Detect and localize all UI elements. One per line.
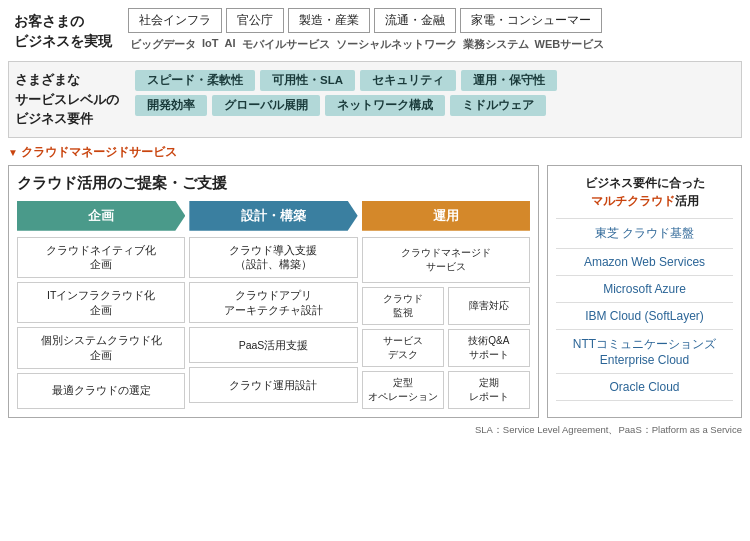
- subcategory-item: AI: [225, 37, 236, 52]
- sekkei-cell: クラウドアプリ アーキテクチャ設計: [189, 282, 357, 323]
- col-headers: 企画 設計・構築 運用: [17, 201, 530, 231]
- right-panel: ビジネス要件に合った マルチクラウド活用 東芝 クラウド基盤Amazon Web…: [547, 165, 742, 418]
- top-right-content: 社会インフラ官公庁製造・産業流通・金融家電・コンシューマー ビッグデータIoTA…: [128, 8, 742, 55]
- cloud-provider[interactable]: Oracle Cloud: [556, 374, 733, 401]
- unyou-row: 定型 オペレーション定期 レポート: [362, 371, 530, 409]
- req-box: 可用性・SLA: [260, 70, 355, 91]
- middle-right-content: スピード・柔軟性可用性・SLAセキュリティ運用・保守性 開発効率グローバル展開ネ…: [135, 70, 733, 129]
- top-section: お客さまの ビジネスを実現 社会インフラ官公庁製造・産業流通・金融家電・コンシュ…: [8, 8, 742, 55]
- unyou-row: クラウド 監視障害対応: [362, 287, 530, 325]
- sekkei-cell: PaaS活用支援: [189, 327, 357, 363]
- req-row1: スピード・柔軟性可用性・SLAセキュリティ運用・保守性: [135, 70, 733, 91]
- kikaku-cell: 最適クラウドの選定: [17, 373, 185, 409]
- req-box: 開発効率: [135, 95, 207, 116]
- cloud-provider[interactable]: NTTコミュニケーションズ Enterprise Cloud: [556, 330, 733, 374]
- col-content-row: クラウドネイティブ化 企画ITインフラクラウド化 企画個別システムクラウド化 企…: [17, 237, 530, 409]
- middle-left-label: さまざまな サービスレベルの ビジネス要件: [15, 70, 135, 129]
- left-panel-title: クラウド活用のご提案・ご支援: [17, 174, 530, 193]
- subcategory-item: ビッグデータ: [130, 37, 196, 52]
- kikaku-cell: ITインフラクラウド化 企画: [17, 282, 185, 323]
- main-bottom: クラウド活用のご提案・ご支援 企画 設計・構築 運用 クラウドネイティブ化 企画…: [8, 165, 742, 418]
- header-sekkei: 設計・構築: [189, 201, 357, 231]
- main-container: お客さまの ビジネスを実現 社会インフラ官公庁製造・産業流通・金融家電・コンシュ…: [0, 0, 750, 445]
- category-box: 家電・コンシューマー: [460, 8, 602, 33]
- middle-section: さまざまな サービスレベルの ビジネス要件 スピード・柔軟性可用性・SLAセキュ…: [8, 61, 742, 138]
- header-unyou: 運用: [362, 201, 530, 231]
- category-box: 官公庁: [226, 8, 284, 33]
- unyou-cell: 技術Q&A サポート: [448, 329, 530, 367]
- unyou-row: サービス デスク技術Q&A サポート: [362, 329, 530, 367]
- header-kikaku: 企画: [17, 201, 185, 231]
- req-box: 運用・保守性: [461, 70, 557, 91]
- subcategory-item: モバイルサービス: [242, 37, 330, 52]
- req-box: スピード・柔軟性: [135, 70, 255, 91]
- category-box: 製造・産業: [288, 8, 370, 33]
- unyou-cell-full: クラウドマネージド サービス: [362, 237, 530, 283]
- cloud-section-label: クラウドマネージドサービス: [8, 144, 742, 161]
- cloud-provider[interactable]: Amazon Web Services: [556, 249, 733, 276]
- cloud-provider[interactable]: 東芝 クラウド基盤: [556, 218, 733, 249]
- req-row2: 開発効率グローバル展開ネットワーク構成ミドルウェア: [135, 95, 733, 116]
- req-box: ミドルウェア: [450, 95, 546, 116]
- subcategory-item: IoT: [202, 37, 219, 52]
- cloud-provider[interactable]: IBM Cloud (SoftLayer): [556, 303, 733, 330]
- multicloud-text: マルチクラウド: [591, 194, 675, 208]
- unyou-cell: サービス デスク: [362, 329, 444, 367]
- left-panel: クラウド活用のご提案・ご支援 企画 設計・構築 運用 クラウドネイティブ化 企画…: [8, 165, 539, 418]
- right-panel-title: ビジネス要件に合った マルチクラウド活用: [556, 174, 733, 210]
- unyou-cell: 障害対応: [448, 287, 530, 325]
- kikaku-cell: 個別システムクラウド化 企画: [17, 327, 185, 368]
- right-title-line2: 活用: [675, 194, 699, 208]
- req-box: セキュリティ: [360, 70, 456, 91]
- sekkei-cell: クラウド導入支援 （設計、構築）: [189, 237, 357, 278]
- right-title-line1: ビジネス要件に合った: [585, 176, 705, 190]
- unyou-cell: クラウド 監視: [362, 287, 444, 325]
- top-categories-row: 社会インフラ官公庁製造・産業流通・金融家電・コンシューマー: [128, 8, 742, 33]
- providers-list: 東芝 クラウド基盤Amazon Web ServicesMicrosoft Az…: [556, 218, 733, 401]
- subcategory-item: WEBサービス: [535, 37, 605, 52]
- subcategory-item: ソーシャルネットワーク: [336, 37, 457, 52]
- footnote: SLA：Service Level Agreement、PaaS：Platfor…: [8, 424, 742, 437]
- kikaku-cell: クラウドネイティブ化 企画: [17, 237, 185, 278]
- sekkei-cell: クラウド運用設計: [189, 367, 357, 403]
- kikaku-col: クラウドネイティブ化 企画ITインフラクラウド化 企画個別システムクラウド化 企…: [17, 237, 185, 409]
- cloud-provider[interactable]: Microsoft Azure: [556, 276, 733, 303]
- req-box: ネットワーク構成: [325, 95, 445, 116]
- subcategory-item: 業務システム: [463, 37, 529, 52]
- unyou-cell: 定型 オペレーション: [362, 371, 444, 409]
- category-box: 流通・金融: [374, 8, 456, 33]
- unyou-col: クラウドマネージド サービスクラウド 監視障害対応サービス デスク技術Q&A サ…: [362, 237, 530, 409]
- top-left-label: お客さまの ビジネスを実現: [8, 8, 128, 55]
- req-box: グローバル展開: [212, 95, 320, 116]
- subcategory-row: ビッグデータIoTAIモバイルサービスソーシャルネットワーク業務システムWEBサ…: [128, 37, 742, 52]
- sekkei-col: クラウド導入支援 （設計、構築）クラウドアプリ アーキテクチャ設計PaaS活用支…: [189, 237, 357, 409]
- category-box: 社会インフラ: [128, 8, 222, 33]
- unyou-cell: 定期 レポート: [448, 371, 530, 409]
